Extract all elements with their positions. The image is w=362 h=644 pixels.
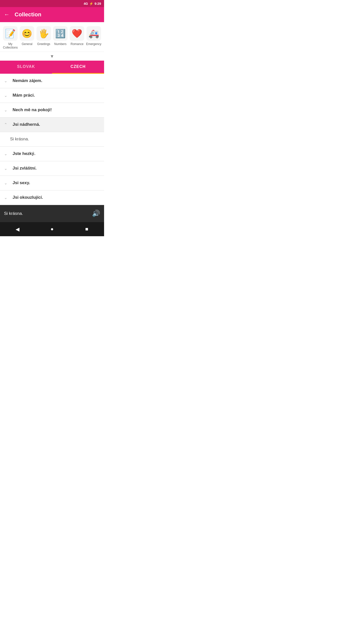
phrase-text-1: Nemám zájem. (13, 78, 42, 83)
phrase-list: ⌄ Nemám zájem. ⌄ Mám práci. ⌄ Nech mě na… (0, 74, 104, 205)
tab-slovak[interactable]: SLOVAK (0, 61, 52, 74)
numbers-icon: 🔢 (53, 26, 68, 41)
general-icon: 😊 (20, 26, 34, 41)
romance-icon: ❤️ (70, 26, 84, 41)
chevron-down-icon: ⌄ (4, 93, 9, 98)
chevron-down-icon: ⌄ (4, 195, 9, 200)
phrase-row-4[interactable]: ⌃ Jsi nádherná. (0, 117, 104, 132)
status-bar: 4G ⚡ 9:29 (0, 0, 104, 7)
phrase-row-6[interactable]: ⌄ Jste hezký. (0, 147, 104, 161)
chevron-down-icon: ⌄ (4, 166, 9, 171)
battery-icon: ⚡ (89, 2, 93, 6)
nav-back-button[interactable]: ◀ (12, 224, 22, 234)
phrase-text-2: Mám práci. (13, 93, 35, 98)
category-greetings[interactable]: 🖐 Greetings (35, 26, 52, 46)
volume-icon[interactable]: 🔊 (92, 210, 100, 217)
signal-indicator: 4G (84, 2, 88, 6)
navigation-bar: ◀ ● ■ (0, 222, 104, 236)
chevron-down-icon: ▼ (50, 54, 54, 59)
time-display: 9:29 (95, 2, 101, 6)
category-general-label: General (22, 42, 32, 46)
page-title: Collection (15, 11, 41, 18)
category-romance-label: Romance (71, 42, 83, 46)
chevron-down-icon: ⌄ (4, 151, 9, 156)
phrase-text-4: Jsi nádherná. (13, 122, 40, 127)
phrase-text-8: Jsi sexy. (13, 180, 30, 185)
chevron-down-icon: ⌄ (4, 78, 9, 83)
phrase-list-container: ⌄ Nemám zájem. ⌄ Mám práci. ⌄ Nech mě na… (0, 74, 104, 205)
tab-czech[interactable]: CZECH (52, 61, 104, 74)
phrase-row-1[interactable]: ⌄ Nemám zájem. (0, 74, 104, 88)
category-my-collections[interactable]: 📝 My Collections (2, 26, 19, 50)
category-greetings-label: Greetings (37, 42, 50, 46)
category-general[interactable]: 😊 General (19, 26, 35, 46)
status-icons: 4G ⚡ 9:29 (84, 2, 101, 6)
bottom-phrase-text: Si krásna. (4, 211, 23, 216)
category-numbers-label: Numbers (54, 42, 67, 46)
nav-recents-button[interactable]: ■ (82, 224, 92, 234)
category-row: 📝 My Collections 😊 General 🖐 Greetings 🔢… (0, 22, 104, 52)
chevron-down-icon: ⌄ (4, 108, 9, 112)
phrase-text-7: Jsi zvláštní. (13, 166, 36, 171)
phrase-row-9[interactable]: ⌄ Jsi okouzlující. (0, 190, 104, 205)
phrase-row-3[interactable]: ⌄ Nech mě na pokoji! (0, 103, 104, 117)
category-emergency-label: Emergency (86, 42, 101, 46)
my-collections-icon: 📝 (3, 26, 18, 41)
expand-row[interactable]: ▼ (0, 52, 104, 61)
chevron-down-icon: ⌄ (4, 181, 9, 185)
phrase-text-6: Jste hezký. (13, 151, 35, 156)
phrase-text-3: Nech mě na pokoji! (13, 107, 52, 112)
category-my-collections-label: My Collections (2, 42, 19, 50)
app-bar: ← Collection (0, 7, 104, 22)
phrase-text-5: Si krásna. (10, 137, 29, 142)
chevron-up-icon: ⌃ (4, 122, 9, 127)
phrase-row-5[interactable]: Si krásna. (0, 132, 104, 147)
category-romance[interactable]: ❤️ Romance (69, 26, 85, 46)
phrase-row-8[interactable]: ⌄ Jsi sexy. (0, 176, 104, 190)
category-emergency[interactable]: 🚑 Emergency (85, 26, 102, 46)
language-tab-bar: SLOVAK CZECH (0, 61, 104, 74)
back-button[interactable]: ← (4, 11, 10, 18)
phrase-row-2[interactable]: ⌄ Mám práci. (0, 88, 104, 103)
phrase-row-7[interactable]: ⌄ Jsi zvláštní. (0, 161, 104, 176)
bottom-phrase-bar: Si krásna. 🔊 (0, 205, 104, 222)
greetings-icon: 🖐 (36, 26, 51, 41)
category-numbers[interactable]: 🔢 Numbers (52, 26, 69, 46)
nav-home-button[interactable]: ● (47, 224, 57, 234)
phrase-text-9: Jsi okouzlující. (13, 195, 43, 200)
emergency-icon: 🚑 (86, 26, 101, 41)
